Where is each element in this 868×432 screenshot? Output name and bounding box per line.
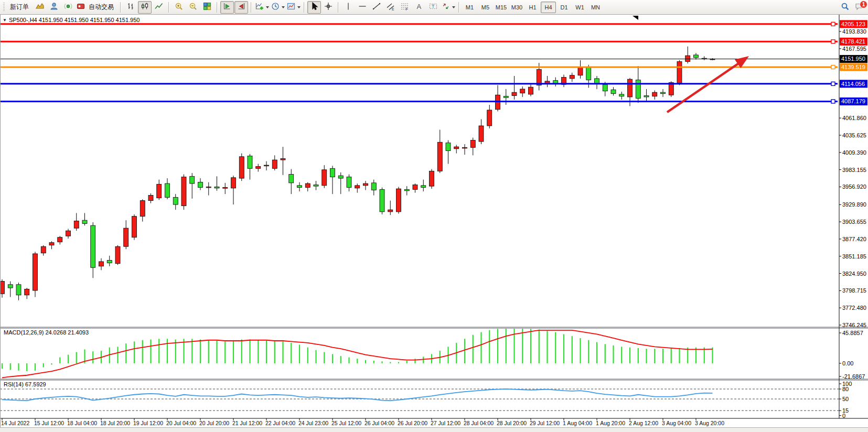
quotes-icon[interactable] bbox=[33, 1, 47, 14]
auto-trading-button[interactable]: 自动交易 bbox=[76, 1, 117, 14]
time-axis-label: 29 Jul 12:00 bbox=[530, 420, 560, 426]
price-tick-label: 3824.950 bbox=[842, 271, 866, 277]
chart-canvas[interactable]: 4193.8304167.5954061.8604035.6254009.390… bbox=[0, 0, 868, 432]
trendline-icon[interactable] bbox=[370, 1, 383, 14]
time-axis-label: 18 Jul 04:00 bbox=[67, 420, 97, 426]
auto-scroll-icon[interactable] bbox=[220, 1, 234, 14]
bar-chart-icon bbox=[126, 2, 135, 13]
chevron-down-icon[interactable] bbox=[452, 6, 455, 8]
macd-axis-label: 0.00 bbox=[842, 360, 853, 366]
timeframe-button-h1[interactable]: H1 bbox=[525, 2, 540, 13]
time-axis-label: 1 Aug 20:00 bbox=[596, 420, 625, 426]
candle bbox=[239, 157, 244, 178]
search-icon[interactable] bbox=[838, 1, 852, 14]
timeframe-button-d1[interactable]: D1 bbox=[556, 2, 572, 13]
time-axis-label: 3 Aug 20:00 bbox=[695, 420, 724, 426]
candle bbox=[421, 186, 426, 188]
cursor-icon bbox=[309, 2, 319, 13]
vertical-line-icon[interactable] bbox=[341, 1, 355, 14]
time-axis-label: 20 Jul 20:00 bbox=[199, 420, 229, 426]
channel-icon[interactable]: E bbox=[384, 1, 398, 14]
candle bbox=[371, 183, 376, 190]
chevron-down-icon[interactable] bbox=[297, 6, 301, 8]
fibonacci-icon[interactable]: F bbox=[398, 1, 412, 14]
timeframe-button-m1[interactable]: M1 bbox=[462, 2, 477, 13]
bar-chart-icon[interactable] bbox=[124, 1, 137, 14]
svg-text:A: A bbox=[417, 2, 422, 10]
chart-collapse-icon[interactable]: ▼ bbox=[3, 18, 7, 23]
candle bbox=[124, 228, 128, 246]
candle bbox=[165, 183, 170, 197]
price-tick-label: 3772.480 bbox=[842, 305, 866, 311]
zoom-out-icon[interactable] bbox=[186, 1, 200, 14]
price-tick-label: 4061.860 bbox=[842, 115, 866, 121]
indicators-icon[interactable] bbox=[254, 1, 270, 14]
cursor-icon[interactable] bbox=[307, 1, 321, 14]
hline-handle[interactable] bbox=[831, 40, 835, 44]
timeframe-button-w1[interactable]: W1 bbox=[572, 2, 587, 13]
timeframe-button-m30[interactable]: M30 bbox=[509, 2, 524, 13]
hline-handle[interactable] bbox=[831, 82, 835, 85]
arrows-icon[interactable] bbox=[441, 1, 456, 14]
candle bbox=[355, 186, 360, 188]
timeframe-button-h4[interactable]: H4 bbox=[541, 2, 556, 13]
price-tick-label: 3746.245 bbox=[842, 322, 866, 328]
periods-icon[interactable] bbox=[270, 1, 285, 14]
chevron-down-icon[interactable] bbox=[282, 6, 285, 8]
candlestick-chart-icon[interactable] bbox=[138, 1, 152, 14]
hline-handle[interactable] bbox=[831, 100, 835, 103]
candle bbox=[694, 55, 699, 58]
candle bbox=[198, 182, 203, 188]
price-tick-label: 3851.185 bbox=[842, 253, 866, 260]
candle bbox=[636, 80, 640, 98]
trading-platform-window: 新订单自动交易EFATM1M5M15M30H1H4D1W1MN1 4193.83… bbox=[0, 0, 868, 432]
toolbar-drag-handle[interactable] bbox=[3, 3, 5, 12]
candle bbox=[157, 184, 162, 198]
signals-icon[interactable] bbox=[61, 1, 75, 14]
zoom-in-icon[interactable] bbox=[172, 1, 186, 14]
macd-values: 24.0268 21.4093 bbox=[45, 329, 89, 336]
candle bbox=[248, 156, 252, 169]
candle bbox=[512, 92, 517, 95]
candle bbox=[537, 69, 541, 85]
macd-axis-label: 45.8857 bbox=[842, 330, 863, 336]
time-axis-label: 2 Aug 12:00 bbox=[629, 420, 658, 426]
time-axis-label: 20 Jul 04:00 bbox=[166, 420, 196, 426]
time-axis-label: 28 Jul 04:00 bbox=[464, 420, 494, 426]
notification-badge: 1 bbox=[860, 1, 867, 8]
chat-icon[interactable]: 1 bbox=[852, 1, 866, 14]
hline-handle[interactable] bbox=[831, 65, 835, 69]
text-label-icon[interactable]: T bbox=[426, 1, 440, 14]
text-icon[interactable]: A bbox=[412, 1, 426, 14]
toolbar-separator bbox=[168, 2, 169, 13]
price-tick-label: 3903.655 bbox=[842, 219, 866, 225]
horizontal-line-icon[interactable] bbox=[356, 1, 369, 14]
price-badge-label: 4114.056 bbox=[841, 81, 865, 87]
candle bbox=[603, 84, 607, 91]
macd-axis-label: -21.6867 bbox=[842, 373, 865, 380]
candle bbox=[503, 96, 508, 98]
candle bbox=[256, 167, 261, 169]
timeframe-button-mn[interactable]: MN bbox=[588, 2, 603, 13]
chart-shift-icon[interactable] bbox=[234, 1, 248, 14]
candle bbox=[231, 178, 236, 188]
chevron-down-icon[interactable] bbox=[266, 6, 269, 8]
candle bbox=[33, 254, 38, 290]
channel-icon: E bbox=[386, 2, 395, 13]
trendline-icon bbox=[372, 2, 381, 13]
tile-windows-icon bbox=[202, 2, 212, 13]
candle bbox=[619, 94, 624, 96]
hline-handle[interactable] bbox=[831, 22, 835, 26]
price-tick-label: 3798.715 bbox=[842, 287, 866, 294]
price-tick-label: 4009.390 bbox=[842, 149, 866, 156]
profile-icon[interactable] bbox=[47, 1, 61, 14]
templates-icon[interactable] bbox=[286, 1, 301, 14]
candle bbox=[586, 67, 591, 80]
new-order-button[interactable]: 新订单 bbox=[6, 1, 33, 14]
line-chart-icon[interactable] bbox=[152, 1, 166, 14]
timeframe-button-m15[interactable]: M15 bbox=[494, 2, 509, 13]
crosshair-icon[interactable] bbox=[322, 1, 335, 14]
auto-scroll-icon bbox=[222, 2, 232, 13]
timeframe-button-m5[interactable]: M5 bbox=[478, 2, 493, 13]
tile-windows-icon[interactable] bbox=[200, 1, 214, 14]
